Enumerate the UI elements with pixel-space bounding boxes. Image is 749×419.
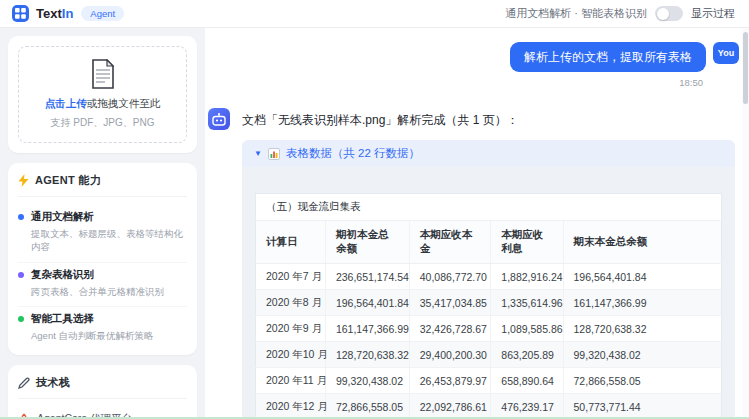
table-row: 2020 年11 月99,320,438.0226,453,879.97658,… <box>256 368 722 394</box>
table-row: 2020 年7 月236,651,174.5440,086,772.701,88… <box>256 264 722 290</box>
show-process-label: 显示过程 <box>691 6 735 21</box>
table-row: 2020 年9 月161,147,366.9932,426,728.671,08… <box>256 316 722 342</box>
capability-item-general-parse: 通用文档解析 提取文本、标题层级、表格等结构化内容 <box>18 205 187 263</box>
agent-capabilities-header: AGENT 能力 <box>18 173 187 197</box>
chevron-down-icon: ▼ <box>254 150 262 158</box>
table-caption-row: （五）现金流归集表 <box>256 194 722 221</box>
capability-item-smart-tools: 智能工具选择 Agent 自动判断最优解析策略 <box>18 307 187 343</box>
user-message-row: 解析上传的文档，提取所有表格 You <box>208 42 741 72</box>
toggle-knob <box>657 8 669 20</box>
robot-avatar-icon <box>208 108 230 130</box>
upload-instruction: 点击上传或拖拽文件至此 <box>25 97 180 111</box>
column-header: 本期应收本金 <box>409 221 491 264</box>
scrollbar-thumb[interactable] <box>743 32 748 104</box>
table-caption: （五）现金流归集表 <box>256 194 722 221</box>
column-header: 本期应收利息 <box>491 221 563 264</box>
mode-label: 通用文档解析 · 智能表格识别 <box>505 6 647 21</box>
upload-document-icon <box>90 59 116 89</box>
table-row: 2020 年12 月72,866,558.0522,092,786.61476,… <box>256 394 722 419</box>
message-timestamp: 18:50 <box>208 77 703 88</box>
window-scrollbar[interactable] <box>742 28 749 419</box>
capability-item-complex-table: 复杂表格识别 跨页表格、合并单元格精准识别 <box>18 263 187 308</box>
table-data-expander[interactable]: ▼ 表格数据（共 22 行数据） <box>242 140 735 167</box>
user-message-bubble: 解析上传的文档，提取所有表格 <box>510 42 706 72</box>
upload-dropzone[interactable]: 点击上传或拖拽文件至此 支持 PDF、JPG、PNG <box>18 46 187 143</box>
brand-title: TextIn <box>36 6 73 21</box>
user-avatar: You <box>713 42 739 64</box>
top-bar: TextIn Agent 通用文档解析 · 智能表格识别 显示过程 <box>0 0 749 28</box>
tech-stack-header: 技术栈 <box>18 375 187 399</box>
upload-card: 点击上传或拖拽文件至此 支持 PDF、JPG、PNG <box>8 36 197 153</box>
bot-message-text: 文档「无线表识别样本.png」解析完成（共 1 页）： <box>242 108 735 129</box>
column-header: 期初本金总余额 <box>325 221 409 264</box>
column-header: 计算日 <box>256 221 326 264</box>
column-header: 期末本金总余额 <box>563 221 721 264</box>
textin-logo-grid-icon <box>12 5 29 22</box>
lightning-icon <box>18 174 29 187</box>
cashflow-table: （五）现金流归集表 计算日 期初本金总余额 本期应收本金 本期应收利息 期末本金… <box>255 193 722 419</box>
bullet-dot-icon <box>18 316 24 322</box>
upload-link[interactable]: 点击上传 <box>45 97 87 109</box>
sidebar: 点击上传或拖拽文件至此 支持 PDF、JPG、PNG AGENT 能力 通用文档… <box>0 28 205 419</box>
table-row: 2020 年8 月196,564,401.8435,417,034.851,33… <box>256 290 722 316</box>
agent-capabilities-card: AGENT 能力 通用文档解析 提取文本、标题层级、表格等结构化内容 复杂表格识… <box>8 163 197 355</box>
pen-icon <box>18 377 30 389</box>
table-header-row: 计算日 期初本金总余额 本期应收本金 本期应收利息 期末本金总余额 <box>256 221 722 264</box>
show-process-toggle[interactable] <box>655 6 683 21</box>
chat-panel: 解析上传的文档，提取所有表格 You 18:50 文档「无线表识别样本.png」… <box>205 28 749 419</box>
table-row: 2020 年10 月128,720,638.3229,400,200.30863… <box>256 342 722 368</box>
upload-hint: 支持 PDF、JPG、PNG <box>25 116 180 130</box>
tech-stack-card: 技术栈 AgentCore 代理平台 Strands Agents SDK Am… <box>8 365 197 419</box>
bot-message-row: 文档「无线表识别样本.png」解析完成（共 1 页）： ▼ 表格数据（共 22 … <box>208 108 741 419</box>
bullet-dot-icon <box>18 214 24 220</box>
bullet-dot-icon <box>18 272 24 278</box>
expander-label: 表格数据（共 22 行数据） <box>286 146 420 161</box>
agent-badge: Agent <box>81 6 124 21</box>
table-scroll-panel[interactable]: （五）现金流归集表 计算日 期初本金总余额 本期应收本金 本期应收利息 期末本金… <box>242 167 735 419</box>
bar-chart-icon <box>268 148 280 160</box>
